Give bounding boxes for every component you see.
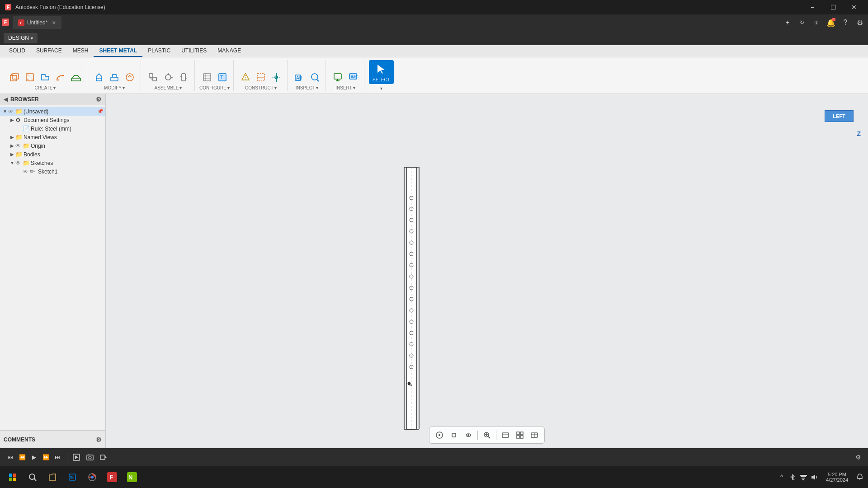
modify1-button[interactable] — [92, 71, 106, 84]
tree-item-sketches[interactable]: ▼ 👁 📁 Sketches — [0, 159, 105, 167]
inspect-label[interactable]: INSPECT ▾ — [296, 85, 318, 90]
tree-arrow-origin[interactable]: ▶ — [9, 143, 15, 148]
tab-sheet-metal[interactable]: SHEET METAL — [94, 45, 142, 57]
assemble-label[interactable]: ASSEMBLE ▾ — [155, 85, 182, 90]
notification-button[interactable]: 🔔 — [825, 16, 837, 29]
taskbar-store-button[interactable]: 🛍 — [63, 468, 81, 486]
tab-manage[interactable]: MANAGE — [212, 45, 246, 57]
animation-settings-button[interactable] — [70, 451, 83, 464]
tree-arrow-sketches[interactable]: ▼ — [9, 160, 15, 165]
show-hidden-icons-button[interactable]: ^ — [777, 473, 786, 482]
create-sketch-button[interactable]: + — [23, 71, 37, 84]
tab-solid[interactable]: SOLID — [4, 45, 31, 57]
last-frame-button[interactable]: ⏭ — [52, 452, 62, 462]
maximize-button[interactable]: ☐ — [823, 0, 844, 14]
tree-arrow-document-settings[interactable]: ▶ — [9, 117, 15, 122]
view-settings-button[interactable] — [528, 429, 541, 441]
modify2-button[interactable] — [107, 71, 122, 84]
assemble3-button[interactable] — [176, 71, 191, 84]
pan-button[interactable] — [448, 429, 460, 441]
browser-collapse-button[interactable]: ◀ — [4, 96, 8, 103]
update-button[interactable]: ↻ — [796, 16, 808, 29]
eye-icon-sketch1[interactable]: 👁 — [23, 169, 30, 175]
taskbar-files-button[interactable] — [43, 468, 61, 486]
capture-button[interactable] — [84, 451, 96, 464]
account-button[interactable]: ① — [810, 16, 823, 29]
select-label-group[interactable]: ▾ — [380, 86, 382, 91]
new-tab-button[interactable]: + — [781, 16, 794, 29]
new-component-button[interactable] — [7, 71, 22, 84]
inspect2-button[interactable] — [307, 71, 322, 84]
assemble1-button[interactable] — [146, 71, 160, 84]
construct1-button[interactable] — [238, 71, 253, 84]
tree-arrow-unsaved[interactable]: ▼ — [2, 109, 8, 114]
flange-button[interactable] — [38, 71, 52, 84]
taskbar-fusion-button[interactable]: F — [103, 468, 121, 486]
network-icon[interactable] — [799, 473, 808, 482]
help-button[interactable]: ? — [839, 16, 852, 29]
construct2-button[interactable] — [254, 71, 268, 84]
browser-settings-button[interactable]: ⚙ — [96, 96, 102, 103]
eye-icon-origin[interactable]: 👁 — [15, 143, 23, 149]
tree-item-document-settings[interactable]: ▶ ⚙ Document Settings — [0, 116, 105, 124]
tab-mesh[interactable]: MESH — [67, 45, 94, 57]
canvas-area[interactable]: LEFT Z — [106, 94, 868, 448]
tab-utilities[interactable]: UTILITIES — [176, 45, 212, 57]
taskbar-chrome-button[interactable] — [83, 468, 101, 486]
start-button[interactable] — [4, 468, 22, 486]
record-button[interactable] — [97, 451, 110, 464]
play-button[interactable]: ▶ — [29, 452, 39, 462]
assemble2-button[interactable] — [161, 71, 175, 84]
orbit-button[interactable] — [433, 429, 446, 441]
close-button[interactable]: ✕ — [844, 0, 864, 14]
taskbar-search-button[interactable] — [24, 468, 42, 486]
tree-item-sketch1[interactable]: 👁 ✏ Sketch1 — [0, 167, 105, 176]
tab-surface[interactable]: SURFACE — [31, 45, 67, 57]
display-settings-button[interactable] — [499, 429, 512, 441]
tree-item-origin[interactable]: ▶ 👁 📁 Origin — [0, 141, 105, 150]
bluetooth-icon[interactable] — [788, 473, 797, 482]
eye-icon-sketches[interactable]: 👁 — [15, 160, 23, 166]
construct3-button[interactable] — [269, 71, 283, 84]
create-label[interactable]: CREATE ▾ — [35, 85, 56, 90]
tree-item-bodies[interactable]: ▶ 📁 Bodies — [0, 150, 105, 159]
first-frame-button[interactable]: ⏮ — [5, 452, 15, 462]
modify3-button[interactable] — [123, 71, 137, 84]
select-button[interactable]: SELECT — [369, 60, 394, 84]
taskbar-nvidia-button[interactable]: N — [123, 468, 141, 486]
tree-item-named-views[interactable]: ▶ 📁 Named Views — [0, 133, 105, 141]
grid-settings-button[interactable] — [514, 429, 526, 441]
configure-label[interactable]: CONFIGURE ▾ — [199, 85, 230, 90]
eye-icon-unsaved[interactable]: 👁 — [8, 108, 15, 115]
taskbar-notification-button[interactable] — [855, 473, 864, 482]
tree-arrow-named-views[interactable]: ▶ — [9, 135, 15, 140]
insert1-button[interactable] — [330, 71, 345, 84]
active-document-tab[interactable]: F Untitled* × — [13, 16, 61, 29]
prev-frame-button[interactable]: ⏪ — [17, 452, 27, 462]
config1-button[interactable] — [200, 71, 214, 84]
tab-close-icon[interactable]: × — [52, 19, 56, 26]
tree-arrow-bodies[interactable]: ▶ — [9, 152, 15, 157]
bottom-settings-button[interactable]: ⚙ — [852, 451, 864, 464]
next-frame-button[interactable]: ⏩ — [41, 452, 51, 462]
tree-item-unsaved[interactable]: ▼ 👁 📁 (Unsaved) 📌 — [0, 107, 105, 116]
tree-item-rule-steel[interactable]: 📄 Rule: Steel (mm) — [0, 124, 105, 133]
minimize-button[interactable]: − — [802, 0, 823, 14]
modify-label[interactable]: MODIFY ▾ — [104, 85, 125, 90]
insert-label[interactable]: INSERT ▾ — [335, 85, 355, 90]
view-cube-face-left[interactable]: LEFT — [825, 110, 854, 122]
clock[interactable]: 5:20 PM 4/27/2024 — [822, 472, 852, 483]
zoom-extents-button[interactable] — [481, 429, 493, 441]
volume-icon[interactable] — [810, 473, 819, 482]
loft-button[interactable] — [69, 71, 83, 84]
construct-label[interactable]: CONSTRUCT ▾ — [245, 85, 277, 90]
workspace-button[interactable]: DESIGN ▾ — [4, 33, 38, 43]
inspect1-button[interactable]: AB — [292, 71, 307, 84]
look-at-button[interactable] — [462, 429, 475, 441]
comments-settings-button[interactable]: ⚙ — [96, 436, 102, 443]
view-cube[interactable]: LEFT Z — [825, 101, 861, 137]
config2-button[interactable]: T — [215, 71, 230, 84]
settings-button[interactable]: ⚙ — [854, 16, 866, 29]
insert2-button[interactable]: IMG — [346, 71, 360, 84]
tab-plastic[interactable]: PLASTIC — [142, 45, 176, 57]
